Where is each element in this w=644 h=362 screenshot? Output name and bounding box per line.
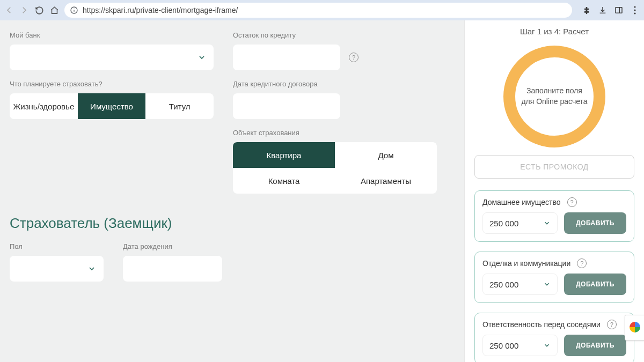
svg-rect-1 (616, 8, 622, 13)
browser-chrome: https://skpari.ru/private-client/mortgag… (0, 0, 644, 20)
svg-point-3 (634, 9, 635, 11)
extensions-icon[interactable] (582, 5, 591, 15)
amount-select[interactable]: 250 000 (482, 335, 558, 356)
panel-icon[interactable] (614, 5, 624, 15)
chrome-right-icons (582, 5, 640, 15)
help-icon[interactable]: ? (607, 320, 617, 329)
add-button[interactable]: ДОБАВИТЬ (564, 212, 626, 234)
chevron-down-icon (543, 219, 551, 227)
card-title: Ответственность перед соседями (482, 320, 601, 329)
card-title: Домашнее имущество (482, 198, 561, 206)
chevron-down-icon (87, 264, 96, 273)
reload-icon[interactable] (34, 5, 44, 15)
promo-button[interactable]: ЕСТЬ ПРОМОКОД (474, 155, 634, 179)
insure-option-property[interactable]: Имущество (78, 93, 146, 119)
url-bar[interactable]: https://skpari.ru/private-client/mortgag… (64, 3, 572, 18)
progress-circle: Заполните поля для Online расчета (503, 46, 605, 147)
amount-select[interactable]: 250 000 (482, 212, 558, 234)
birth-input[interactable] (123, 256, 222, 282)
insure-segment: Жизнь/здоровье Имущество Титул (10, 93, 214, 119)
add-button[interactable]: ДОБАВИТЬ (564, 274, 626, 295)
date-label: Дата кредитного договора (233, 80, 437, 88)
addon-card-finish: Отделка и коммуникации ? 250 000 ДОБАВИТ… (474, 252, 634, 303)
object-option-room[interactable]: Комната (233, 168, 335, 194)
chevron-down-icon (197, 53, 206, 62)
card-title: Отделка и коммуникации (482, 259, 570, 268)
circle-text: Заполните поля для Online расчета (521, 86, 588, 107)
svg-point-4 (634, 12, 635, 14)
site-info-icon[interactable] (70, 6, 78, 14)
form-area: Мой банк Что планируете страховать? Жизн… (0, 20, 464, 362)
amount-value: 250 000 (489, 341, 518, 350)
download-icon[interactable] (598, 5, 608, 15)
step-indicator: Шаг 1 из 4: Расчет (474, 27, 634, 36)
amount-select[interactable]: 250 000 (482, 274, 558, 295)
object-label: Объект страхования (233, 129, 437, 137)
chevron-down-icon (543, 342, 551, 349)
gender-select[interactable] (10, 256, 104, 282)
balance-input[interactable] (233, 45, 340, 70)
recaptcha-icon (630, 322, 640, 333)
menu-icon[interactable] (630, 5, 640, 15)
balance-label: Остаток по кредиту (233, 31, 437, 39)
bank-label: Мой банк (10, 31, 214, 39)
url-text: https://skpari.ru/private-client/mortgag… (83, 6, 238, 14)
help-icon[interactable]: ? (577, 258, 587, 268)
bank-select[interactable] (10, 45, 214, 70)
insure-option-title[interactable]: Титул (145, 93, 214, 119)
amount-value: 250 000 (489, 219, 518, 228)
add-button[interactable]: ДОБАВИТЬ (564, 335, 626, 356)
back-icon[interactable] (4, 5, 14, 15)
chevron-down-icon (543, 280, 551, 288)
home-icon[interactable] (49, 5, 59, 15)
birth-label: Дата рождения (123, 242, 222, 250)
date-input[interactable] (233, 93, 340, 119)
object-option-house[interactable]: Дом (335, 142, 437, 168)
help-icon[interactable]: ? (567, 197, 577, 207)
recaptcha-badge[interactable] (625, 315, 644, 341)
object-option-flat[interactable]: Квартира (233, 142, 335, 168)
amount-value: 250 000 (489, 280, 518, 289)
object-segment: Квартира Дом Комната Апартаменты (233, 142, 437, 194)
help-icon[interactable]: ? (349, 53, 358, 62)
forward-icon[interactable] (19, 5, 29, 15)
object-option-apart[interactable]: Апартаменты (335, 168, 437, 194)
addon-card-home: Домашнее имущество ? 250 000 ДОБАВИТЬ (474, 190, 634, 242)
sidebar: Шаг 1 из 4: Расчет Заполните поля для On… (464, 20, 644, 362)
addon-card-liability: Ответственность перед соседями ? 250 000… (474, 313, 634, 362)
section-title: Страхователь (Заемщик) (10, 215, 449, 232)
svg-point-2 (634, 6, 635, 8)
insure-option-life[interactable]: Жизнь/здоровье (10, 93, 78, 119)
gender-label: Пол (10, 242, 104, 250)
insure-label: Что планируете страховать? (10, 80, 214, 88)
